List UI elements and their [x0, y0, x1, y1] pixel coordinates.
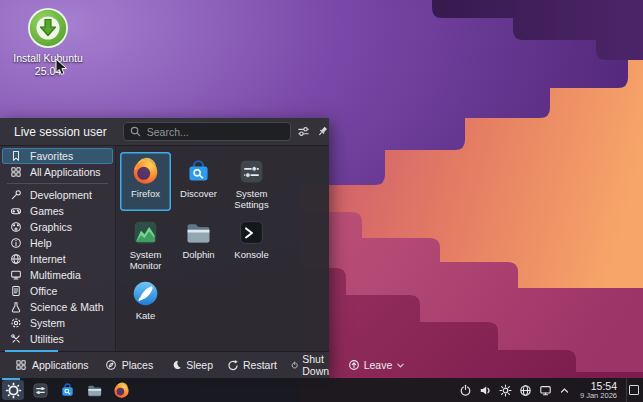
sidebar-item-label: Utilities [30, 333, 64, 345]
desktop: Install Kubuntu 25.04 Live session user [0, 0, 643, 402]
tab-places[interactable]: Places [98, 352, 161, 378]
discover-icon [59, 382, 76, 399]
power-action-label: Restart [243, 359, 277, 371]
bookmark-icon [9, 150, 23, 162]
sidebar-item-label: Multimedia [30, 269, 81, 281]
pin-icon [316, 125, 329, 138]
app-tile-label: Dolphin [173, 250, 224, 261]
palette-icon [9, 221, 23, 233]
launcher-body: Favorites All Applications [0, 146, 329, 351]
system-settings-icon [32, 382, 49, 399]
sidebar-item-all-applications[interactable]: All Applications [2, 164, 113, 180]
power-icon [291, 359, 298, 371]
app-tile-label: Konsole [226, 250, 277, 261]
sidebar-item-science-math[interactable]: Science & Math [2, 299, 113, 315]
application-launcher-button[interactable] [2, 380, 24, 400]
app-tile-system-monitor[interactable]: System Monitor [120, 213, 171, 272]
show-desktop-icon [629, 385, 639, 395]
discover-icon [184, 157, 213, 186]
app-tile-firefox[interactable]: Firefox [120, 152, 171, 211]
search-icon [130, 126, 141, 137]
power-action-label: Leave [364, 359, 393, 371]
launcher-active-indicator [2, 378, 20, 380]
globe-icon [9, 253, 23, 265]
sidebar-item-label: Science & Math [30, 301, 104, 313]
screen-icon [9, 269, 23, 281]
leave-button[interactable]: Leave [342, 352, 412, 378]
task-firefox[interactable] [110, 380, 132, 400]
active-tab-indicator [5, 350, 58, 352]
app-tile-konsole[interactable]: Konsole [226, 213, 277, 272]
restart-icon [227, 359, 239, 371]
display-icon[interactable] [539, 384, 552, 397]
digital-clock[interactable]: 15:54 9 Jan 2026 [580, 381, 617, 400]
search-input[interactable] [145, 125, 284, 139]
app-tile-label: Discover [173, 189, 224, 200]
sidebar-item-graphics[interactable]: Graphics [2, 219, 113, 235]
app-tile-discover[interactable]: Discover [173, 152, 224, 211]
task-discover[interactable] [56, 380, 78, 400]
dolphin-icon [86, 382, 103, 399]
show-desktop-button[interactable] [626, 378, 641, 402]
clock-time: 15:54 [580, 381, 617, 392]
system-settings-icon [237, 157, 266, 186]
task-system-settings[interactable] [29, 380, 51, 400]
flask-icon [9, 301, 23, 313]
grid-icon [15, 359, 27, 371]
volume-icon[interactable] [479, 384, 492, 397]
app-tile-dolphin[interactable]: Dolphin [173, 213, 224, 272]
sidebar-item-system[interactable]: System [2, 315, 113, 331]
sidebar-item-office[interactable]: Office [2, 283, 113, 299]
sidebar-item-games[interactable]: Games [2, 203, 113, 219]
sidebar-item-development[interactable]: Development [2, 187, 113, 203]
install-label-line1: Install Kubuntu [6, 52, 90, 65]
restart-button[interactable]: Restart [221, 352, 283, 378]
expand-tray-icon[interactable] [559, 385, 570, 396]
sidebar-item-label: Favorites [30, 150, 73, 162]
app-tile-label: System Settings [226, 189, 277, 210]
sidebar-item-utilities[interactable]: Utilities [2, 331, 113, 347]
chevron-down-icon [396, 361, 405, 370]
help-icon [9, 237, 23, 249]
system-tray [459, 384, 570, 397]
app-tile-system-settings[interactable]: System Settings [226, 152, 277, 211]
sidebar-item-label: Internet [30, 253, 66, 265]
sidebar-item-internet[interactable]: Internet [2, 251, 113, 267]
sidebar-item-multimedia[interactable]: Multimedia [2, 267, 113, 283]
sleep-button[interactable]: Sleep [164, 352, 219, 378]
favorites-grid: Firefox Discover [116, 146, 329, 351]
shut-down-button[interactable]: Shut Down [285, 352, 340, 378]
tab-applications[interactable]: Applications [8, 352, 96, 378]
power-action-label: Shut Down [302, 353, 333, 377]
launcher-header: Live session user [0, 118, 329, 146]
sidebar-item-label: Development [30, 189, 92, 201]
app-tile-label: System Monitor [120, 250, 171, 271]
brightness-icon[interactable] [499, 384, 512, 397]
tab-label: Applications [32, 359, 89, 371]
system-monitor-icon [131, 218, 160, 247]
sidebar-item-label: Graphics [30, 221, 72, 233]
configure-icon [297, 125, 310, 138]
configure-button[interactable] [297, 123, 310, 141]
network-icon[interactable] [519, 384, 532, 397]
user-name: Live session user [14, 125, 107, 139]
launcher-footer: Applications Places Sleep [0, 351, 329, 378]
sidebar-item-help[interactable]: Help [2, 235, 113, 251]
gear-icon [9, 317, 23, 329]
wrench-icon [9, 189, 23, 201]
search-field[interactable] [123, 122, 291, 141]
firefox-icon [113, 382, 130, 399]
category-sidebar: Favorites All Applications [0, 146, 116, 351]
sidebar-item-label: All Applications [30, 166, 101, 178]
application-launcher-menu: Live session user [0, 118, 329, 378]
sidebar-item-favorites[interactable]: Favorites [2, 148, 113, 164]
moon-icon [170, 359, 182, 371]
task-dolphin[interactable] [83, 380, 105, 400]
taskbar: 15:54 9 Jan 2026 [0, 378, 643, 402]
konsole-icon [237, 218, 266, 247]
power-action-label: Sleep [186, 359, 213, 371]
install-kubuntu-shortcut[interactable]: Install Kubuntu 25.04 [6, 6, 90, 78]
pin-button[interactable] [316, 123, 329, 141]
power-management-icon[interactable] [459, 384, 472, 397]
app-tile-kate[interactable]: Kate [120, 274, 171, 333]
